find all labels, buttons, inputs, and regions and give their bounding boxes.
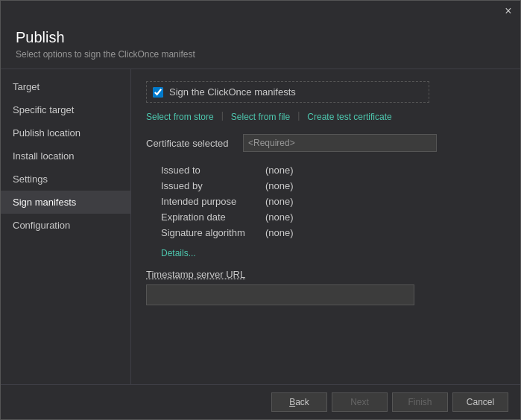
back-button[interactable]: Back [271,392,327,412]
sidebar-item-specific-target[interactable]: Specific target [1,98,130,121]
info-value: (none) [265,211,294,223]
info-key: Intended purpose [161,196,265,207]
cancel-button[interactable]: Cancel [452,392,508,412]
sidebar: TargetSpecific targetPublish locationIns… [1,69,131,384]
info-row: Expiration date(none) [161,209,505,225]
info-value: (none) [265,227,294,238]
close-button[interactable]: × [501,4,516,19]
dialog-content: TargetSpecific targetPublish locationIns… [1,69,520,384]
timestamp-section: Timestamp server URL [146,269,505,305]
sidebar-item-sign-manifests[interactable]: Sign manifests [1,191,130,214]
sidebar-item-install-location[interactable]: Install location [1,144,130,168]
certificate-input[interactable] [243,134,437,152]
timestamp-label: Timestamp server URL [146,269,505,280]
sidebar-item-publish-location[interactable]: Publish location [1,121,130,144]
info-key: Issued by [161,180,265,191]
info-value: (none) [265,180,294,191]
sidebar-item-configuration[interactable]: Configuration [1,214,130,237]
info-row: Intended purpose(none) [161,194,505,209]
next-button[interactable]: Next [332,392,388,412]
info-value: (none) [265,165,294,176]
info-value: (none) [265,196,294,207]
title-bar: × [1,1,520,22]
back-label-rest: ack [295,397,309,407]
sign-manifests-label: Sign the ClickOnce manifests [169,86,296,98]
sign-manifests-checkbox[interactable] [153,87,163,98]
publish-dialog: × Publish Select options to sign the Cli… [0,0,521,420]
info-row: Signature algorithm(none) [161,225,505,241]
tab-create-cert[interactable]: Create test certificate [307,110,391,124]
info-row: Issued to(none) [161,162,505,178]
certificate-label: Certificate selected [146,138,236,149]
details-link[interactable]: Details... [161,248,505,258]
info-row: Issued by(none) [161,178,505,194]
certificate-info-table: Issued to(none)Issued by(none)Intended p… [161,162,505,241]
sign-manifests-checkbox-row: Sign the ClickOnce manifests [146,81,429,103]
tab-select-file[interactable]: Select from file [231,110,290,124]
sidebar-item-settings[interactable]: Settings [1,168,130,191]
sidebar-item-target[interactable]: Target [1,75,130,98]
dialog-header: Publish Select options to sign the Click… [1,22,520,69]
info-key: Expiration date [161,211,265,223]
tab-sep-2: | [297,110,300,124]
certificate-tabs: Select from store | Select from file | C… [146,110,505,124]
dialog-subtitle: Select options to sign the ClickOnce man… [16,49,505,60]
timestamp-input[interactable] [146,284,414,305]
dialog-footer: Back Next Finish Cancel [1,384,520,419]
info-key: Signature algorithm [161,227,265,238]
info-key: Issued to [161,165,265,176]
tab-select-store[interactable]: Select from store [146,110,214,124]
main-area: Sign the ClickOnce manifests Select from… [131,69,520,384]
certificate-row: Certificate selected [146,134,505,152]
dialog-title: Publish [16,29,505,46]
finish-button[interactable]: Finish [392,392,448,412]
tab-sep-1: | [221,110,224,124]
